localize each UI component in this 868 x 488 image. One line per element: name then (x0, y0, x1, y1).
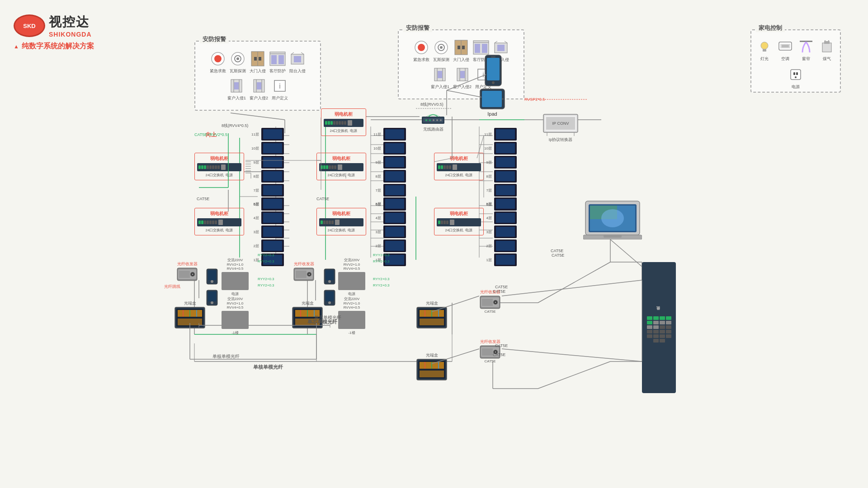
floor-row-8: 8层 (251, 170, 284, 183)
wire-label-cat5e-4: CAT5E (552, 253, 564, 258)
wire-label-cat5e: CAT5E+RVV2*0.5 (194, 132, 227, 137)
power-dist-2: 交流220V RVV2+1.0 RVV4+0.5 电源 交流220V RVV2+… (338, 258, 365, 335)
right-security-box: 安防报警 紧急求救 瓦斯探测 (398, 29, 524, 99)
svg-point-108 (440, 46, 443, 49)
wireless-router: 无线路由器 (420, 112, 447, 132)
security-icon-5: 阳台入侵 (289, 51, 306, 74)
logo-box: SKD 视控达 SHIKONGDA (14, 14, 92, 38)
left-fiber-box-1: 光端盒 (174, 300, 206, 329)
svg-rect-84 (254, 57, 257, 61)
left-upper-cabinet: 弱电机柜 24口交换机 电源 (194, 153, 244, 180)
power-dist-1: 交流220V RVV2+1.0 RVV4+0.5 电源 交流220V RVV2+… (222, 258, 249, 335)
r-security-icon-7: 窗户入侵2 (453, 66, 472, 90)
svg-point-131 (761, 42, 768, 49)
svg-line-265 (502, 349, 642, 361)
right-fiber-transceiver-2: 光纤收发器 CAT5E (479, 339, 501, 363)
svg-rect-116 (482, 44, 487, 53)
svg-rect-137 (822, 43, 831, 52)
svg-rect-124 (438, 71, 442, 78)
svg-rect-143 (796, 72, 798, 75)
right-fiber-box-1: 光端盒 (416, 300, 448, 329)
svg-line-0 (231, 113, 285, 120)
home-gas: 煤气 (819, 38, 835, 62)
svg-point-147 (492, 81, 495, 84)
right-upper-cabinet-2: 弱电机柜 24口交换机 电源 (316, 153, 366, 180)
brand-en: SHIKONGDA (49, 31, 92, 38)
left-security-title: 安防报警 (200, 35, 229, 43)
svg-point-229 (211, 301, 213, 304)
svg-rect-88 (271, 55, 277, 64)
svg-rect-136 (800, 41, 812, 42)
r-security-icon-1: 紧急求救 (413, 39, 429, 63)
fingerprint-device-2 (206, 289, 218, 308)
fingerprint-device-1 (206, 268, 218, 287)
r-security-icon-2: 瓦斯探测 (433, 39, 449, 63)
svg-text:CAT5E: CAT5E (551, 249, 563, 253)
svg-text:CAT5E: CAT5E (495, 285, 508, 289)
svg-point-157 (436, 119, 438, 121)
svg-rect-208 (420, 371, 444, 377)
svg-rect-112 (462, 46, 465, 49)
svg-rect-97 (234, 82, 239, 89)
floor-row-3: 3层 (251, 225, 284, 238)
svg-point-105 (418, 44, 425, 51)
svg-line-91 (291, 52, 294, 54)
svg-line-119 (505, 41, 507, 43)
svg-rect-171 (604, 235, 622, 238)
svg-rect-148 (491, 56, 495, 57)
single-fiber-label-2: 单芯单模光纤 (307, 319, 337, 325)
svg-point-156 (433, 119, 434, 121)
home-power: 电源 (788, 66, 804, 90)
svg-rect-187 (296, 271, 307, 278)
fingerprint-device-4 (323, 289, 336, 308)
svg-line-92 (301, 52, 304, 54)
svg-point-217 (495, 302, 496, 303)
brand-text: 视控达 SHIKONGDA (49, 14, 92, 38)
svg-rect-89 (278, 55, 284, 64)
svg-point-155 (429, 119, 431, 121)
svg-rect-228 (208, 291, 216, 301)
svg-rect-234 (326, 291, 334, 301)
left-lower-cabinet: 弱电机柜 24口交换机 电源 (194, 208, 244, 235)
security-icon-8: i 用户定义 (272, 78, 288, 101)
mid-fiber-transceiver: 光纤收发器 (293, 261, 315, 282)
col3-upper-cabinet: 弱电机柜 24口交换机 电源 (434, 153, 484, 180)
svg-rect-120 (497, 45, 505, 51)
svg-point-81 (236, 57, 239, 60)
home-control-box: 家电控制 灯光 空调 (750, 29, 841, 93)
svg-rect-135 (782, 45, 789, 47)
wire-label-cat5e-2: CAT5E (197, 197, 209, 201)
iphone-icon (484, 54, 503, 87)
svg-rect-220 (482, 348, 493, 356)
svg-line-118 (495, 41, 497, 43)
svg-point-235 (328, 301, 331, 304)
svg-point-154 (425, 119, 427, 121)
laptop (583, 199, 642, 239)
wire-label-cat5e-3: CAT5E (316, 197, 329, 201)
home-control-title: 家电控制 (756, 24, 785, 32)
svg-rect-181 (178, 319, 202, 325)
ipad-device: Ipad (479, 88, 505, 117)
svg-rect-128 (460, 71, 465, 78)
power-dist-labels-1: RYY2+0.3 RYY2+0.3 RYY2+0.3 RYY2+0.3 (258, 253, 280, 287)
svg-rect-150 (482, 91, 502, 107)
right-lower-cabinet-2: 弱电机柜 24口交换机 电源 (316, 208, 366, 235)
right-security-title: 安防报警 (403, 24, 432, 32)
floor-row-9: 9层 (251, 156, 284, 169)
top-center-cabinet: 弱电机柜 24口交换机 电源 (321, 108, 366, 136)
col3-lower-cabinet: 弱电机柜 24口交换机 电源 (434, 208, 484, 235)
iphone-device: Iphone (484, 54, 503, 94)
svg-rect-111 (458, 46, 460, 49)
svg-point-151 (502, 98, 504, 100)
fiber-cable-label: 光纤跳线 (164, 284, 180, 290)
gb-switch: 千兆交换机 (642, 262, 676, 393)
svg-rect-231 (326, 270, 334, 280)
svg-rect-132 (763, 49, 766, 52)
floor-row-11: 11层 (251, 128, 284, 141)
top-cabinet-label: 弱电机柜 (324, 111, 363, 117)
svg-rect-142 (793, 72, 795, 75)
svg-rect-174 (179, 271, 190, 278)
left-security-box: 安防报警 紧急求救 瓦斯探测 (194, 41, 321, 111)
floor-row-10: 10层 (251, 142, 284, 155)
power-dist-labels-2: RYY2+0.3 RYY2+0.3 RYY2+0.3 RYY2+0.3 (373, 253, 396, 287)
